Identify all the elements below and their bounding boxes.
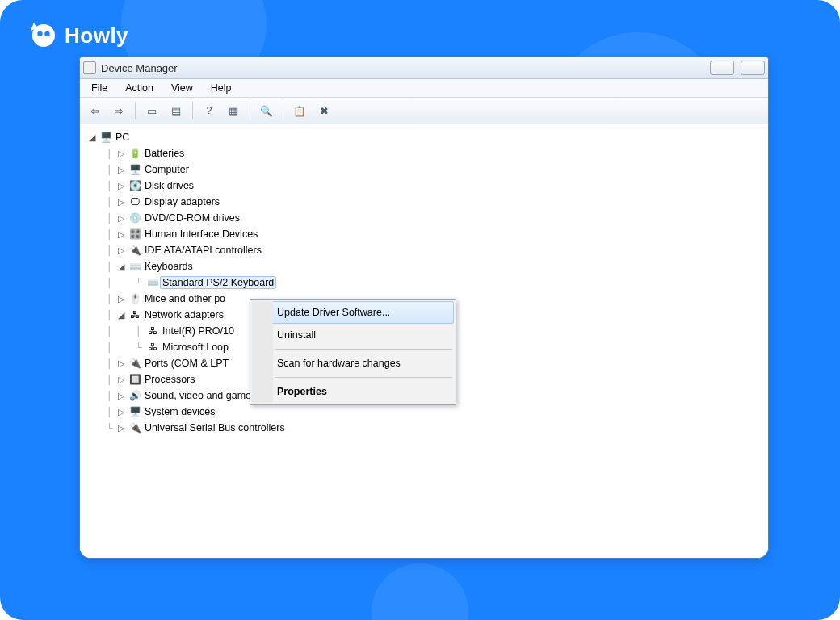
tree-root-label: PC [116, 132, 129, 143]
tree-label: Computer [145, 164, 189, 175]
expand-icon[interactable]: ▷ [117, 181, 125, 191]
tree-node-computer[interactable]: │▷ 🖥️ Computer [88, 161, 765, 178]
expand-icon[interactable]: ▷ [117, 165, 125, 175]
expand-icon[interactable]: ▷ [117, 358, 125, 369]
tree-node-standard-keyboard[interactable]: │└ ⌨️ Standard PS/2 Keyboard [88, 274, 765, 291]
tree-node-keyboards[interactable]: │◢ ⌨️ Keyboards [88, 258, 765, 274]
collapse-icon[interactable]: ◢ [117, 262, 125, 272]
usb-icon: 🔌 [128, 421, 141, 434]
tree-label: Processors [145, 374, 195, 385]
tree-label: Intel(R) PRO/10 [162, 325, 234, 337]
system-icon: 🖥️ [128, 405, 141, 418]
menu-action[interactable]: Action [117, 81, 162, 95]
collapse-icon[interactable]: ◢ [117, 310, 125, 320]
toolbar: ⇦ ⇨ ▭ ▤ ? ▦ 🔍 📋 ✖ [80, 98, 768, 124]
tree-node-batteries[interactable]: │▷ 🔋 Batteries [88, 145, 765, 161]
speaker-icon: 🔊 [128, 389, 141, 402]
brand-text: Howly [65, 23, 128, 48]
tree-label: Network adapters [145, 309, 224, 320]
ctx-separator [275, 377, 452, 378]
tree-node-usb[interactable]: └▷ 🔌 Universal Serial Bus controllers [88, 420, 765, 436]
back-button[interactable]: ⇦ [83, 100, 106, 121]
app-icon [83, 61, 96, 74]
menu-view[interactable]: View [163, 81, 201, 95]
tree-label-selected: Standard PS/2 Keyboard [160, 276, 276, 289]
bg-decor [372, 563, 468, 620]
menu-help[interactable]: Help [203, 81, 240, 95]
help-button[interactable]: ? [198, 100, 220, 121]
expand-icon[interactable]: ▷ [117, 407, 125, 417]
context-menu: Update Driver Software... Uninstall Scan… [250, 299, 456, 405]
tree-label: System devices [145, 406, 216, 417]
ctx-label: Update Driver Software... [277, 307, 390, 318]
tree-label: Batteries [145, 148, 184, 159]
svg-point-0 [32, 24, 55, 47]
expand-icon[interactable]: ▷ [117, 245, 125, 256]
tree-node-display-adapters[interactable]: │▷ 🖵 Display adapters [88, 194, 765, 210]
menubar: File Action View Help [80, 79, 768, 98]
cpu-icon: 🔲 [128, 373, 141, 386]
optical-drive-icon: 💿 [128, 212, 141, 224]
properties-button[interactable]: 📋 [288, 100, 311, 121]
menu-file[interactable]: File [83, 81, 116, 95]
device-tree[interactable]: ◢ 🖥️ PC │▷ 🔋 Batteries │▷ 🖥️ Computer │▷… [80, 124, 768, 558]
ctx-properties[interactable]: Properties [252, 380, 454, 403]
ctx-scan-hardware[interactable]: Scan for hardware changes [252, 352, 454, 375]
expand-icon[interactable]: ▷ [117, 149, 125, 159]
expand-icon[interactable]: ▷ [117, 375, 125, 385]
up-button[interactable]: ▭ [141, 100, 163, 121]
tree-label: IDE ATA/ATAPI controllers [145, 245, 262, 256]
minimize-button[interactable] [710, 61, 734, 75]
ctx-uninstall[interactable]: Uninstall [252, 324, 454, 346]
network-icon: 🖧 [128, 308, 141, 321]
tree-label: Keyboards [145, 261, 193, 272]
tree-node-ide[interactable]: │▷ 🔌 IDE ATA/ATAPI controllers [88, 242, 765, 258]
tree-root[interactable]: ◢ 🖥️ PC [88, 129, 765, 145]
svg-point-1 [37, 31, 42, 36]
show-button[interactable]: ▤ [165, 100, 187, 121]
forward-button[interactable]: ⇨ [107, 100, 130, 121]
monitor-icon: 🖵 [128, 195, 141, 208]
tree-node-disk-drives[interactable]: │▷ 💽 Disk drives [88, 178, 765, 194]
titlebar[interactable]: Device Manager [80, 57, 768, 79]
tree-label: Disk drives [145, 180, 194, 191]
keyboard-icon: ⌨️ [128, 260, 141, 273]
tree-label: Display adapters [145, 196, 220, 207]
context-icon-strip [252, 301, 273, 403]
page-frame: Howly Device Manager File Action View He… [0, 0, 840, 620]
tree-node-system-devices[interactable]: │▷ 🖥️ System devices [88, 404, 765, 420]
desktop-icon: 🖥️ [128, 163, 141, 176]
collapse-icon[interactable]: ◢ [88, 132, 96, 143]
disable-button[interactable]: ✖ [313, 100, 335, 121]
ctx-label: Properties [277, 386, 327, 397]
tree-label: Universal Serial Bus controllers [145, 422, 285, 434]
nic-icon: 🖧 [146, 325, 159, 337]
hid-icon: 🎛️ [128, 228, 141, 241]
tree-label: Mice and other po [145, 293, 225, 304]
port-icon: 🔌 [128, 357, 141, 370]
ctx-update-driver[interactable]: Update Driver Software... [252, 301, 454, 324]
tree-label: Ports (COM & LPT [145, 358, 229, 369]
expand-icon[interactable]: ▷ [117, 294, 125, 304]
device-manager-window: Device Manager File Action View Help ⇦ ⇨… [79, 57, 769, 559]
ctx-separator [275, 349, 452, 350]
expand-icon[interactable]: ▷ [117, 213, 125, 224]
expand-icon[interactable]: ▷ [117, 391, 125, 401]
ctx-label: Scan for hardware changes [277, 358, 401, 369]
expand-icon[interactable]: ▷ [117, 423, 125, 434]
owl-icon [27, 21, 57, 50]
controller-icon: 🔌 [128, 244, 141, 257]
tree-node-hid[interactable]: │▷ 🎛️ Human Interface Devices [88, 226, 765, 242]
maximize-button[interactable] [741, 61, 765, 75]
expand-icon[interactable]: ▷ [117, 229, 125, 240]
tree-node-dvd[interactable]: │▷ 💿 DVD/CD-ROM drives [88, 210, 765, 226]
ctx-label: Uninstall [277, 329, 316, 341]
scan-button[interactable]: 🔍 [255, 100, 278, 121]
disk-icon: 💽 [128, 179, 141, 192]
mouse-icon: 🖱️ [128, 292, 141, 305]
svg-point-2 [44, 31, 49, 36]
battery-icon: 🔋 [128, 147, 141, 160]
expand-icon[interactable]: ▷ [117, 197, 125, 207]
refresh-button[interactable]: ▦ [222, 100, 245, 121]
keyboard-icon: ⌨️ [146, 276, 159, 289]
